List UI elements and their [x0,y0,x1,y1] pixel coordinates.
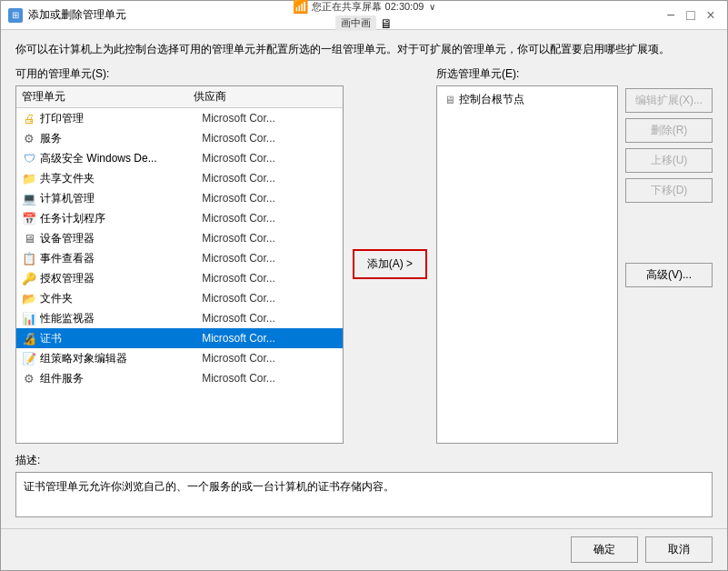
cancel-button[interactable]: 取消 [645,536,713,563]
list-item-vendor: Microsoft Cor... [202,152,336,165]
available-panel: 可用的管理单元(S): 管理单元 供应商 🖨打印管理Microsoft Cor.… [15,66,344,444]
ok-button[interactable]: 确定 [571,536,638,563]
list-item-vendor: Microsoft Cor... [202,132,336,145]
available-panel-label: 可用的管理单元(S): [15,66,344,82]
list-item-name: 任务计划程序 [40,211,202,226]
sharing-info: 📶 您正在共享屏幕 02:30:09 ∨ [293,0,436,14]
event-icon: 📋 [22,251,36,265]
minimize-button[interactable]: − [662,6,680,25]
list-header: 管理单元 供应商 [16,86,343,108]
policy-icon: 📝 [22,351,36,366]
console-icon: 🖥 [444,94,455,106]
list-item-name: 高级安全 Windows De... [40,151,202,166]
list-item-name: 性能监视器 [40,311,202,326]
title-bar-buttons: − □ × [662,6,720,25]
middle-panel: 添加(A) > [353,66,427,444]
list-item[interactable]: 🖥设备管理器Microsoft Cor... [16,228,343,248]
list-item[interactable]: 📁共享文件夹Microsoft Cor... [16,168,343,188]
list-item[interactable]: 🔏证书Microsoft Cor... [16,328,343,348]
list-item[interactable]: 🔑授权管理器Microsoft Cor... [16,268,343,288]
list-item[interactable]: ⚙服务Microsoft Cor... [16,128,343,148]
desc-label: 描述: [15,453,713,468]
sharing-text: 您正在共享屏幕 [312,0,382,14]
list-item[interactable]: 📊性能监视器Microsoft Cor... [16,308,343,328]
screen-share-icon: 🖥 [380,16,393,31]
chevron-down-icon[interactable]: ∨ [429,2,435,12]
title-center-info: 📶 您正在共享屏幕 02:30:09 ∨ 画中画 🖥 [293,0,436,31]
title-bar-left: ⊞ 添加或删除管理单元 [8,7,126,23]
col-header-name: 管理单元 [22,89,194,105]
screen-label: 画中画 [335,15,376,31]
list-item[interactable]: 📅任务计划程序Microsoft Cor... [16,208,343,228]
advanced-button[interactable]: 高级(V)... [625,263,713,287]
list-item-name: 授权管理器 [40,271,202,286]
desc-box: 证书管理单元允许你浏览自己的、一个服务的或一台计算机的证书存储内容。 [15,472,713,517]
list-item-vendor: Microsoft Cor... [202,192,336,205]
selected-panel-label: 所选管理单元(E): [436,66,618,82]
dialog-description: 你可以在计算机上为此控制台选择可用的管理单元并配置所选的一组管理单元。对于可扩展… [15,41,713,57]
list-item-name: 服务 [40,131,202,146]
close-button[interactable]: × [702,6,720,25]
list-item-name: 计算机管理 [40,191,202,206]
list-item[interactable]: ⚙组件服务Microsoft Cor... [16,368,343,388]
list-item-vendor: Microsoft Cor... [202,172,336,185]
dialog-icon: ⊞ [8,8,23,23]
list-item-vendor: Microsoft Cor... [202,272,336,285]
col-header-vendor: 供应商 [194,89,337,105]
main-content: 可用的管理单元(S): 管理单元 供应商 🖨打印管理Microsoft Cor.… [15,66,713,444]
list-item[interactable]: 📂文件夹Microsoft Cor... [16,288,343,308]
list-item-vendor: Microsoft Cor... [202,312,336,325]
list-item-name: 证书 [40,331,202,346]
right-action-buttons: 编辑扩展(X)... 删除(R) 上移(U) 下移(D) 高级(V)... [625,66,713,444]
selected-item-name: 控制台根节点 [459,92,524,107]
right-area: 所选管理单元(E): 🖥控制台根节点 编辑扩展(X)... 删除(R) 上移(U… [436,66,713,444]
list-item[interactable]: 💻计算机管理Microsoft Cor... [16,188,343,208]
list-item-vendor: Microsoft Cor... [202,292,336,305]
security-icon: 🛡 [22,151,36,165]
remove-button[interactable]: 删除(R) [625,118,713,143]
perf-icon: 📊 [22,311,36,326]
dialog-title: 添加或删除管理单元 [28,7,126,23]
list-item-vendor: Microsoft Cor... [202,372,336,385]
component-icon: ⚙ [22,371,36,386]
list-item-vendor: Microsoft Cor... [202,252,336,265]
list-item-name: 共享文件夹 [40,171,202,186]
list-item-name: 组件服务 [40,371,202,386]
list-item-name: 组策略对象编辑器 [40,351,202,366]
folder-icon: 📁 [22,171,36,185]
maximize-button[interactable]: □ [682,6,700,25]
selected-list-item[interactable]: 🖥控制台根节点 [441,90,613,109]
list-item-vendor: Microsoft Cor... [202,212,336,225]
task-icon: 📅 [22,211,36,225]
available-list-body[interactable]: 🖨打印管理Microsoft Cor...⚙服务Microsoft Cor...… [16,108,343,443]
list-item-name: 事件查看器 [40,251,202,266]
edit-extensions-button[interactable]: 编辑扩展(X)... [625,88,713,113]
move-up-button[interactable]: 上移(U) [625,148,713,173]
auth-icon: 🔑 [22,271,36,286]
time-text: 02:30:09 [385,1,424,12]
dialog: ⊞ 添加或删除管理单元 📶 您正在共享屏幕 02:30:09 ∨ 画中画 🖥 −… [0,0,728,571]
print-icon: 🖨 [22,111,36,125]
list-item-vendor: Microsoft Cor... [202,332,336,345]
signal-icon: 📶 [293,0,308,14]
list-item[interactable]: 🖨打印管理Microsoft Cor... [16,108,343,128]
service-icon: ⚙ [22,131,36,145]
device-icon: 🖥 [22,231,36,245]
list-item-vendor: Microsoft Cor... [202,352,336,365]
list-item[interactable]: 📋事件查看器Microsoft Cor... [16,248,343,268]
cert-icon: 🔏 [22,331,36,346]
selected-list: 🖥控制台根节点 [436,85,618,444]
computer-icon: 💻 [22,191,36,205]
title-bar: ⊞ 添加或删除管理单元 📶 您正在共享屏幕 02:30:09 ∨ 画中画 🖥 −… [1,1,727,30]
list-item[interactable]: 🛡高级安全 Windows De...Microsoft Cor... [16,148,343,168]
list-item[interactable]: 📝组策略对象编辑器Microsoft Cor... [16,348,343,368]
list-item-vendor: Microsoft Cor... [202,112,336,125]
dialog-body: 你可以在计算机上为此控制台选择可用的管理单元并配置所选的一组管理单元。对于可扩展… [1,30,727,528]
move-down-button[interactable]: 下移(D) [625,178,713,203]
list-item-name: 打印管理 [40,111,202,126]
description-section: 描述: 证书管理单元允许你浏览自己的、一个服务的或一台计算机的证书存储内容。 [15,453,713,517]
filefolder-icon: 📂 [22,291,36,306]
selected-panel: 所选管理单元(E): 🖥控制台根节点 [436,66,618,444]
add-button[interactable]: 添加(A) > [353,249,427,279]
bottom-bar: 确定 取消 [1,528,727,570]
